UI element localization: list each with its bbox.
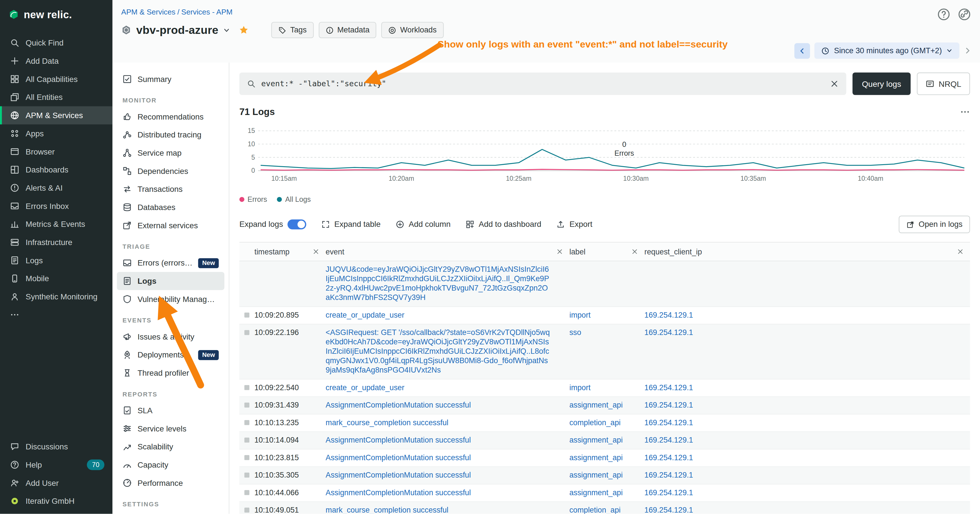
subnav-item-summary[interactable]: Summary xyxy=(117,70,224,88)
subnav-item-recommendations[interactable]: Recommendations xyxy=(117,108,224,126)
table-row[interactable]: 10:09:22.196<ASGIRequest: GET '/sso/call… xyxy=(239,325,970,379)
request-client-ip-link[interactable]: 169.254.129.1 xyxy=(644,418,693,427)
subnav-item-issues-activity[interactable]: Issues & activity xyxy=(117,328,224,346)
label-link[interactable]: assignment_api xyxy=(570,436,623,444)
nrql-button[interactable]: NRQL xyxy=(917,73,970,95)
column-header-label[interactable]: label xyxy=(570,247,644,256)
entity-chevron-down-icon[interactable] xyxy=(223,27,230,33)
toggle-on-icon[interactable] xyxy=(287,220,306,229)
sidebar-item-all-entities[interactable]: All Entities xyxy=(0,88,112,107)
sidebar-item-iterativ-gmbh[interactable]: Iterativ GmbH xyxy=(0,492,112,510)
subnav-item-distributed-tracing[interactable]: Distributed tracing xyxy=(117,126,224,144)
more-options-icon[interactable] xyxy=(960,107,970,116)
request-client-ip-link[interactable]: 169.254.129.1 xyxy=(644,311,693,320)
sidebar-item-alerts-ai[interactable]: Alerts & AI xyxy=(0,179,112,197)
label-link[interactable]: assignment_api xyxy=(570,401,623,409)
event-link[interactable]: <ASGIRequest: GET '/sso/callback/?state=… xyxy=(326,328,550,374)
table-row[interactable]: 10:10:13.235mark_course_completion succe… xyxy=(239,414,970,432)
event-link[interactable]: mark_course_completion successful xyxy=(326,506,448,514)
new-relic-logo[interactable]: new relic. xyxy=(0,0,112,29)
sidebar-item-errors-inbox[interactable]: Errors Inbox xyxy=(0,197,112,215)
clear-query-icon[interactable] xyxy=(830,80,839,88)
subnav-item-vulnerability-management[interactable]: Vulnerability Management xyxy=(117,290,224,308)
event-link[interactable]: AssignmentCompletionMutation successful xyxy=(326,453,471,462)
sidebar-item-apps[interactable]: Apps xyxy=(0,124,112,143)
label-link[interactable]: completion_api xyxy=(570,506,620,514)
label-link[interactable]: import xyxy=(570,383,590,392)
request-client-ip-link[interactable]: 169.254.129.1 xyxy=(644,436,693,444)
request-client-ip-link[interactable]: 169.254.129.1 xyxy=(644,383,693,392)
event-link[interactable]: create_or_update_user xyxy=(326,311,404,320)
subnav-item-scalability[interactable]: Scalability xyxy=(117,438,224,456)
table-row[interactable]: 10:09:31.439AssignmentCompletionMutation… xyxy=(239,397,970,415)
sidebar-item-infrastructure[interactable]: Infrastructure xyxy=(0,233,112,251)
table-row[interactable]: 10:09:22.540create_or_update_userimport1… xyxy=(239,379,970,397)
row-handle[interactable] xyxy=(245,508,250,513)
request-client-ip-link[interactable]: 169.254.129.1 xyxy=(644,453,693,462)
table-row[interactable]: 10:10:23.815AssignmentCompletionMutation… xyxy=(239,449,970,467)
open-in-logs-button[interactable]: Open in logs xyxy=(899,216,970,233)
table-row[interactable]: 10:10:35.305AssignmentCompletionMutation… xyxy=(239,467,970,484)
subnav-item-deployments[interactable]: DeploymentsNew xyxy=(117,346,224,364)
subnav-item-thread-profiler[interactable]: Thread profiler xyxy=(117,364,224,382)
breadcrumb-apm-services[interactable]: APM & Services xyxy=(121,7,175,16)
row-handle[interactable] xyxy=(245,420,250,425)
sidebar-item-add-user[interactable]: Add User xyxy=(0,474,112,492)
expand-logs-toggle[interactable]: Expand logs xyxy=(239,220,306,229)
label-link[interactable]: assignment_api xyxy=(570,453,623,462)
sidebar-item-synthetic-monitoring[interactable]: Synthetic Monitoring xyxy=(0,288,112,306)
sidebar-item-quick-find[interactable]: Quick Find xyxy=(0,34,112,52)
table-row[interactable]: 10:10:44.066AssignmentCompletionMutation… xyxy=(239,484,970,502)
event-link[interactable]: AssignmentCompletionMutation successful xyxy=(326,488,471,497)
row-handle[interactable] xyxy=(245,312,250,318)
sidebar-item-add-data[interactable]: Add Data xyxy=(0,52,112,70)
favorite-star-icon[interactable] xyxy=(239,25,249,35)
column-header-event[interactable]: event xyxy=(326,247,570,256)
table-row[interactable]: JUQVU&code=eyJraWQiOiJjcGltY29yZV8wOTl1M… xyxy=(239,261,970,307)
legend-all-logs[interactable]: All Logs xyxy=(277,196,311,203)
sidebar-item-more[interactable] xyxy=(0,306,112,324)
event-link[interactable]: AssignmentCompletionMutation successful xyxy=(326,401,471,409)
label-link[interactable]: assignment_api xyxy=(570,488,623,497)
legend-errors[interactable]: Errors xyxy=(239,196,267,203)
row-handle[interactable] xyxy=(245,490,250,495)
help-question-icon[interactable] xyxy=(937,7,950,21)
time-forward-chevron-icon[interactable] xyxy=(964,47,971,54)
subnav-item-sla[interactable]: SLA xyxy=(117,401,224,420)
label-link[interactable]: sso xyxy=(570,328,581,337)
column-header-request-client-ip[interactable]: request_client_ip xyxy=(644,247,970,256)
remove-column-icon[interactable] xyxy=(957,248,964,255)
subnav-item-capacity[interactable]: Capacity xyxy=(117,456,224,474)
subnav-item-databases[interactable]: Databases xyxy=(117,198,224,216)
query-logs-button[interactable]: Query logs xyxy=(853,73,910,95)
logs-query-input[interactable]: event:* -"label":"security" xyxy=(239,73,846,95)
subnav-item-service-levels[interactable]: Service levels xyxy=(117,420,224,438)
request-client-ip-link[interactable]: 169.254.129.1 xyxy=(644,506,693,514)
row-handle[interactable] xyxy=(245,438,250,443)
subnav-item-errors-errors-inb[interactable]: Errors (errors inb...New xyxy=(117,254,224,272)
expand-table-button[interactable]: Expand table xyxy=(321,220,381,229)
time-back-button[interactable] xyxy=(795,43,810,58)
sidebar-item-browser[interactable]: Browser xyxy=(0,143,112,161)
subnav-item-logs[interactable]: Logs xyxy=(117,272,224,290)
time-picker[interactable]: Since 30 minutes ago (GMT+2) xyxy=(815,42,959,59)
event-link[interactable]: AssignmentCompletionMutation successful xyxy=(326,471,471,479)
sidebar-item-discussions[interactable]: Discussions xyxy=(0,438,112,456)
remove-column-icon[interactable] xyxy=(312,248,319,255)
sidebar-item-all-capabilities[interactable]: All Capabilities xyxy=(0,70,112,88)
sidebar-item-metrics-events[interactable]: Metrics & Events xyxy=(0,215,112,233)
sidebar-item-apm-services[interactable]: APM & Services xyxy=(0,106,112,124)
permalink-icon[interactable] xyxy=(958,7,971,21)
row-handle[interactable] xyxy=(245,385,250,390)
label-link[interactable]: import xyxy=(570,311,590,320)
event-link[interactable]: mark_course_completion successful xyxy=(326,418,448,427)
subnav-item-transactions[interactable]: Transactions xyxy=(117,180,224,198)
table-row[interactable]: 10:10:14.094AssignmentCompletionMutation… xyxy=(239,432,970,450)
tags-button[interactable]: Tags xyxy=(272,22,313,38)
request-client-ip-link[interactable]: 169.254.129.1 xyxy=(644,328,693,337)
row-handle[interactable] xyxy=(245,455,250,460)
row-handle[interactable] xyxy=(245,403,250,408)
subnav-item-external-services[interactable]: External services xyxy=(117,216,224,234)
workloads-button[interactable]: Workloads xyxy=(381,22,443,38)
subnav-item-service-map[interactable]: Service map xyxy=(117,144,224,162)
